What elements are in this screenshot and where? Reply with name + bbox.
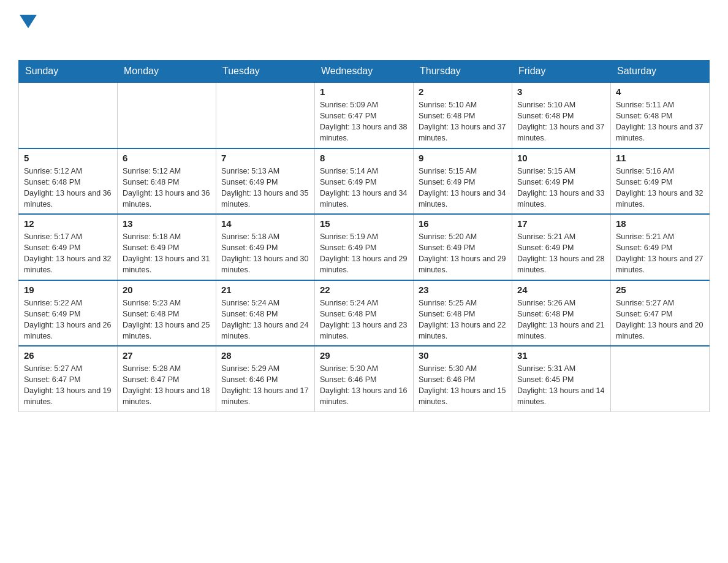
svg-marker-0	[20, 15, 37, 28]
day-info: Sunrise: 5:15 AM Sunset: 6:49 PM Dayligh…	[419, 166, 507, 210]
calendar-day-cell: 10Sunrise: 5:15 AM Sunset: 6:49 PM Dayli…	[512, 148, 611, 215]
day-info: Sunrise: 5:29 AM Sunset: 6:46 PM Dayligh…	[221, 363, 309, 408]
day-info: Sunrise: 5:21 AM Sunset: 6:49 PM Dayligh…	[517, 231, 605, 276]
day-number: 5	[24, 153, 112, 163]
calendar-day-cell: 2Sunrise: 5:10 AM Sunset: 6:48 PM Daylig…	[414, 82, 512, 148]
day-info: Sunrise: 5:31 AM Sunset: 6:45 PM Dayligh…	[517, 363, 605, 408]
calendar-day-cell	[611, 346, 710, 412]
day-of-week-header: Saturday	[611, 61, 710, 83]
calendar-day-cell: 25Sunrise: 5:27 AM Sunset: 6:47 PM Dayli…	[611, 280, 710, 347]
calendar-day-cell: 26Sunrise: 5:27 AM Sunset: 6:47 PM Dayli…	[19, 346, 118, 412]
calendar-day-cell: 30Sunrise: 5:30 AM Sunset: 6:46 PM Dayli…	[414, 346, 512, 412]
page-header	[18, 12, 710, 48]
day-info: Sunrise: 5:27 AM Sunset: 6:47 PM Dayligh…	[24, 363, 112, 408]
day-info: Sunrise: 5:10 AM Sunset: 6:48 PM Dayligh…	[419, 99, 507, 144]
day-number: 31	[517, 350, 605, 361]
calendar-day-cell: 18Sunrise: 5:21 AM Sunset: 6:49 PM Dayli…	[611, 214, 710, 280]
day-number: 14	[221, 218, 309, 229]
day-info: Sunrise: 5:14 AM Sunset: 6:49 PM Dayligh…	[320, 166, 408, 210]
day-of-week-header: Tuesday	[216, 61, 315, 83]
calendar-day-cell: 22Sunrise: 5:24 AM Sunset: 6:48 PM Dayli…	[315, 280, 414, 347]
day-number: 21	[221, 285, 309, 295]
day-number: 22	[320, 285, 408, 295]
day-info: Sunrise: 5:25 AM Sunset: 6:48 PM Dayligh…	[419, 297, 507, 342]
day-info: Sunrise: 5:30 AM Sunset: 6:46 PM Dayligh…	[320, 363, 408, 408]
logo-triangle-icon	[20, 15, 37, 28]
day-info: Sunrise: 5:20 AM Sunset: 6:49 PM Dayligh…	[419, 231, 507, 276]
day-info: Sunrise: 5:11 AM Sunset: 6:48 PM Dayligh…	[616, 99, 704, 144]
day-info: Sunrise: 5:23 AM Sunset: 6:48 PM Dayligh…	[123, 297, 211, 342]
calendar-day-cell: 13Sunrise: 5:18 AM Sunset: 6:49 PM Dayli…	[118, 214, 216, 280]
day-info: Sunrise: 5:17 AM Sunset: 6:49 PM Dayligh…	[24, 231, 112, 276]
day-number: 3	[517, 86, 605, 97]
day-info: Sunrise: 5:24 AM Sunset: 6:48 PM Dayligh…	[221, 297, 309, 342]
day-number: 27	[123, 350, 211, 361]
day-number: 19	[24, 285, 112, 295]
day-number: 9	[419, 153, 507, 163]
calendar-header-row: SundayMondayTuesdayWednesdayThursdayFrid…	[19, 61, 710, 83]
day-info: Sunrise: 5:13 AM Sunset: 6:49 PM Dayligh…	[221, 166, 309, 210]
calendar-week-row: 12Sunrise: 5:17 AM Sunset: 6:49 PM Dayli…	[19, 214, 710, 280]
day-number: 1	[320, 86, 408, 97]
day-of-week-header: Monday	[118, 61, 216, 83]
calendar-day-cell: 20Sunrise: 5:23 AM Sunset: 6:48 PM Dayli…	[118, 280, 216, 347]
day-number: 20	[123, 285, 211, 295]
calendar-day-cell: 8Sunrise: 5:14 AM Sunset: 6:49 PM Daylig…	[315, 148, 414, 215]
calendar-day-cell: 24Sunrise: 5:26 AM Sunset: 6:48 PM Dayli…	[512, 280, 611, 347]
day-info: Sunrise: 5:28 AM Sunset: 6:47 PM Dayligh…	[123, 363, 211, 408]
calendar-day-cell: 4Sunrise: 5:11 AM Sunset: 6:48 PM Daylig…	[611, 82, 710, 148]
day-number: 30	[419, 350, 507, 361]
day-number: 4	[616, 86, 704, 97]
day-number: 12	[24, 218, 112, 229]
calendar-day-cell: 29Sunrise: 5:30 AM Sunset: 6:46 PM Dayli…	[315, 346, 414, 412]
day-number: 2	[419, 86, 507, 97]
calendar-day-cell: 1Sunrise: 5:09 AM Sunset: 6:47 PM Daylig…	[315, 82, 414, 148]
day-info: Sunrise: 5:09 AM Sunset: 6:47 PM Dayligh…	[320, 99, 408, 144]
calendar-day-cell: 17Sunrise: 5:21 AM Sunset: 6:49 PM Dayli…	[512, 214, 611, 280]
day-info: Sunrise: 5:15 AM Sunset: 6:49 PM Dayligh…	[517, 166, 605, 210]
day-number: 6	[123, 153, 211, 163]
day-info: Sunrise: 5:12 AM Sunset: 6:48 PM Dayligh…	[24, 166, 112, 210]
calendar-day-cell	[118, 82, 216, 148]
day-info: Sunrise: 5:18 AM Sunset: 6:49 PM Dayligh…	[221, 231, 309, 276]
day-info: Sunrise: 5:10 AM Sunset: 6:48 PM Dayligh…	[517, 99, 605, 144]
calendar-day-cell: 11Sunrise: 5:16 AM Sunset: 6:49 PM Dayli…	[611, 148, 710, 215]
calendar-day-cell: 23Sunrise: 5:25 AM Sunset: 6:48 PM Dayli…	[414, 280, 512, 347]
calendar-day-cell: 31Sunrise: 5:31 AM Sunset: 6:45 PM Dayli…	[512, 346, 611, 412]
logo	[18, 12, 37, 48]
calendar-day-cell: 9Sunrise: 5:15 AM Sunset: 6:49 PM Daylig…	[414, 148, 512, 215]
day-of-week-header: Wednesday	[315, 61, 414, 83]
day-info: Sunrise: 5:19 AM Sunset: 6:49 PM Dayligh…	[320, 231, 408, 276]
day-info: Sunrise: 5:24 AM Sunset: 6:48 PM Dayligh…	[320, 297, 408, 342]
calendar-table: SundayMondayTuesdayWednesdayThursdayFrid…	[18, 60, 710, 412]
calendar-week-row: 1Sunrise: 5:09 AM Sunset: 6:47 PM Daylig…	[19, 82, 710, 148]
day-info: Sunrise: 5:30 AM Sunset: 6:46 PM Dayligh…	[419, 363, 507, 408]
day-number: 29	[320, 350, 408, 361]
day-number: 16	[419, 218, 507, 229]
day-number: 15	[320, 218, 408, 229]
day-number: 8	[320, 153, 408, 163]
day-number: 10	[517, 153, 605, 163]
day-of-week-header: Thursday	[414, 61, 512, 83]
calendar-day-cell: 12Sunrise: 5:17 AM Sunset: 6:49 PM Dayli…	[19, 214, 118, 280]
calendar-day-cell: 3Sunrise: 5:10 AM Sunset: 6:48 PM Daylig…	[512, 82, 611, 148]
calendar-day-cell: 28Sunrise: 5:29 AM Sunset: 6:46 PM Dayli…	[216, 346, 315, 412]
day-info: Sunrise: 5:27 AM Sunset: 6:47 PM Dayligh…	[616, 297, 704, 342]
day-number: 26	[24, 350, 112, 361]
calendar-week-row: 5Sunrise: 5:12 AM Sunset: 6:48 PM Daylig…	[19, 148, 710, 215]
calendar-week-row: 26Sunrise: 5:27 AM Sunset: 6:47 PM Dayli…	[19, 346, 710, 412]
day-number: 23	[419, 285, 507, 295]
calendar-day-cell	[216, 82, 315, 148]
day-number: 11	[616, 153, 704, 163]
calendar-day-cell: 7Sunrise: 5:13 AM Sunset: 6:49 PM Daylig…	[216, 148, 315, 215]
day-of-week-header: Friday	[512, 61, 611, 83]
calendar-day-cell	[19, 82, 118, 148]
calendar-day-cell: 16Sunrise: 5:20 AM Sunset: 6:49 PM Dayli…	[414, 214, 512, 280]
calendar-day-cell: 15Sunrise: 5:19 AM Sunset: 6:49 PM Dayli…	[315, 214, 414, 280]
day-of-week-header: Sunday	[19, 61, 118, 83]
day-number: 25	[616, 285, 704, 295]
day-number: 7	[221, 153, 309, 163]
day-info: Sunrise: 5:16 AM Sunset: 6:49 PM Dayligh…	[616, 166, 704, 210]
day-info: Sunrise: 5:22 AM Sunset: 6:49 PM Dayligh…	[24, 297, 112, 342]
calendar-day-cell: 27Sunrise: 5:28 AM Sunset: 6:47 PM Dayli…	[118, 346, 216, 412]
